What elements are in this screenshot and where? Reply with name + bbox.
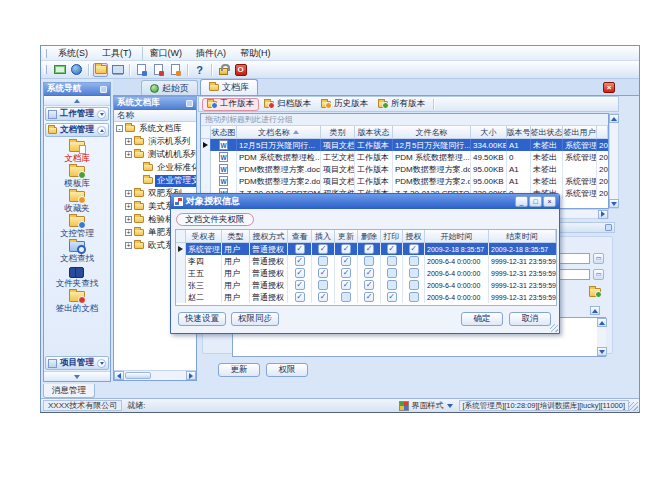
- scroll-right-icon[interactable]: [186, 371, 196, 380]
- delete-checkbox[interactable]: [364, 256, 374, 266]
- resize-grip[interactable]: [629, 402, 638, 411]
- minimize-icon[interactable]: _: [515, 196, 528, 207]
- scroll-up-icon[interactable]: [609, 114, 619, 123]
- version-button[interactable]: 归档版本: [259, 98, 316, 111]
- scroll-up-icon[interactable]: [597, 318, 607, 327]
- menu-item[interactable]: 窗口(W): [142, 47, 190, 60]
- permission-button[interactable]: 权限: [266, 363, 308, 377]
- open-folder-icon[interactable]: [93, 63, 108, 77]
- globe-icon[interactable]: [69, 63, 84, 77]
- print-checkbox[interactable]: [387, 256, 397, 266]
- detail-field-2[interactable]: [558, 269, 590, 280]
- tree-node[interactable]: - 系统文档库: [114, 122, 196, 135]
- nav-item[interactable]: 文档查找: [44, 240, 110, 265]
- nav-group-document[interactable]: 文档管理: [45, 123, 109, 137]
- grid-header-extra[interactable]: [597, 126, 608, 138]
- insert-checkbox[interactable]: [318, 268, 328, 278]
- grid-header-version[interactable]: 版本号: [507, 126, 531, 138]
- nav-group-project[interactable]: 项目管理: [45, 356, 109, 370]
- interface-style-label[interactable]: 界面样式: [412, 400, 444, 411]
- print-checkbox[interactable]: [387, 292, 397, 302]
- computer-icon[interactable]: [110, 63, 125, 77]
- delete-checkbox[interactable]: [364, 268, 374, 278]
- insert-checkbox[interactable]: [318, 256, 328, 266]
- perm-header-view[interactable]: 查看: [288, 230, 312, 242]
- monitor-icon[interactable]: [52, 63, 67, 77]
- field-button-icon[interactable]: ▭: [593, 269, 604, 280]
- nav-item[interactable]: 文档库: [44, 140, 110, 165]
- pin-icon[interactable]: [605, 224, 612, 231]
- tree-expander-icon[interactable]: +: [125, 229, 132, 236]
- perm-header-authorize[interactable]: 授权: [403, 230, 425, 242]
- perm-header-insert[interactable]: 插入: [312, 230, 335, 242]
- document-row[interactable]: W PDM数据整理方案.doc 项目文档 工作版本 PDM数据整理方案.doc …: [201, 163, 608, 175]
- insert-checkbox[interactable]: [318, 280, 328, 290]
- detail-field-1[interactable]: [558, 253, 590, 264]
- view-checkbox[interactable]: [295, 268, 305, 278]
- grid-header-category[interactable]: 类别: [321, 126, 355, 138]
- tree-expander-icon[interactable]: +: [125, 138, 132, 145]
- perm-header-end[interactable]: 结束时间: [489, 230, 556, 242]
- tree-column-header[interactable]: 名称: [114, 110, 196, 122]
- view-checkbox[interactable]: [295, 256, 305, 266]
- chevron-down-icon[interactable]: [97, 359, 106, 368]
- document-row[interactable]: W PDM数据整理方案2.doc 项目文档 工作版本 PDM数据整理方案2.do…: [201, 175, 608, 187]
- tree-node[interactable]: + 演示机系列: [114, 135, 196, 148]
- tree-expander-icon[interactable]: +: [125, 190, 132, 197]
- perm-header-grantee[interactable]: 受权者: [186, 230, 222, 242]
- document-row[interactable]: W PDM 系统数据整理检... 工艺文档 工作版本 PDM 系统数据整理...…: [201, 151, 608, 163]
- authorize-checkbox[interactable]: [409, 256, 419, 266]
- print-checkbox[interactable]: [387, 280, 397, 290]
- chevron-up-icon[interactable]: [97, 126, 106, 135]
- nav-scroll-up[interactable]: [44, 96, 110, 106]
- nav-group-work[interactable]: 工作管理: [45, 107, 109, 121]
- tree-node[interactable]: 企业管理文件: [114, 174, 196, 187]
- doc-mail-icon[interactable]: [168, 63, 183, 77]
- perm-header-mode[interactable]: 授权方式: [250, 230, 288, 242]
- nav-item[interactable]: 签出的文档: [44, 290, 110, 315]
- quick-setup-button[interactable]: 快速设置: [178, 312, 226, 326]
- dialog-tab-folder-permissions[interactable]: 文档文件夹权限: [176, 213, 254, 226]
- field-button-icon[interactable]: ▭: [593, 253, 604, 264]
- resize-grip[interactable]: [550, 324, 558, 332]
- tree-expander-icon[interactable]: +: [125, 242, 132, 249]
- scroll-right-icon[interactable]: [598, 210, 608, 219]
- grid-vertical-scrollbar[interactable]: [609, 113, 619, 209]
- perm-header-delete[interactable]: 删除: [358, 230, 381, 242]
- doc-new-icon[interactable]: [134, 63, 149, 77]
- cancel-button[interactable]: 取消: [509, 312, 551, 326]
- update-checkbox[interactable]: [341, 244, 351, 254]
- update-checkbox[interactable]: [341, 292, 351, 302]
- authorize-checkbox[interactable]: [409, 268, 419, 278]
- permission-row[interactable]: 李四 用户 普通授权 2009-6-4 0:00:00 9999-12-31 2…: [176, 255, 556, 267]
- tree-node[interactable]: + 测试机机系列: [114, 148, 196, 161]
- grid-header-size[interactable]: 大小: [471, 126, 507, 138]
- tree-horizontal-scrollbar[interactable]: [114, 370, 196, 380]
- perm-header-type[interactable]: 类型: [222, 230, 250, 242]
- nav-item[interactable]: 文件夹查找: [44, 265, 110, 290]
- dialog-title-bar[interactable]: 对象授权信息 _ □ ×: [171, 194, 559, 209]
- pin-icon[interactable]: [100, 86, 107, 93]
- permission-row[interactable]: 系统管理员 用户 普通授权 2009-2-18 8:35:57 2009-2-1…: [176, 243, 556, 255]
- grid-header-status[interactable]: 状态图: [211, 126, 237, 138]
- view-checkbox[interactable]: [295, 244, 305, 254]
- grid-header-version-state[interactable]: 版本状态: [355, 126, 393, 138]
- delete-checkbox[interactable]: [364, 280, 374, 290]
- grid-header-docname[interactable]: 文档名称: [237, 126, 321, 138]
- scroll-left-icon[interactable]: [114, 371, 124, 380]
- exit-icon[interactable]: O: [233, 63, 248, 77]
- document-row[interactable]: W 12月5日万兴隆同行... 项目文档 工作版本 12月5日万兴隆同行... …: [201, 139, 608, 151]
- menu-item[interactable]: 系统(S): [51, 47, 95, 60]
- perm-header-update[interactable]: 更新: [335, 230, 358, 242]
- nav-item[interactable]: 收藏夹: [44, 190, 110, 215]
- nav-scroll-down[interactable]: [44, 371, 110, 381]
- toolbar-grip[interactable]: [44, 49, 47, 58]
- authorize-checkbox[interactable]: [409, 280, 419, 290]
- view-checkbox[interactable]: [295, 292, 305, 302]
- tab-start-page[interactable]: 起始页: [141, 80, 198, 95]
- scroll-down-icon[interactable]: [609, 199, 619, 208]
- version-button[interactable]: 工作版本: [202, 98, 259, 111]
- tab-message-management[interactable]: 消息管理: [43, 384, 95, 398]
- perm-header-print[interactable]: 打印: [381, 230, 403, 242]
- pin-icon[interactable]: [186, 100, 193, 107]
